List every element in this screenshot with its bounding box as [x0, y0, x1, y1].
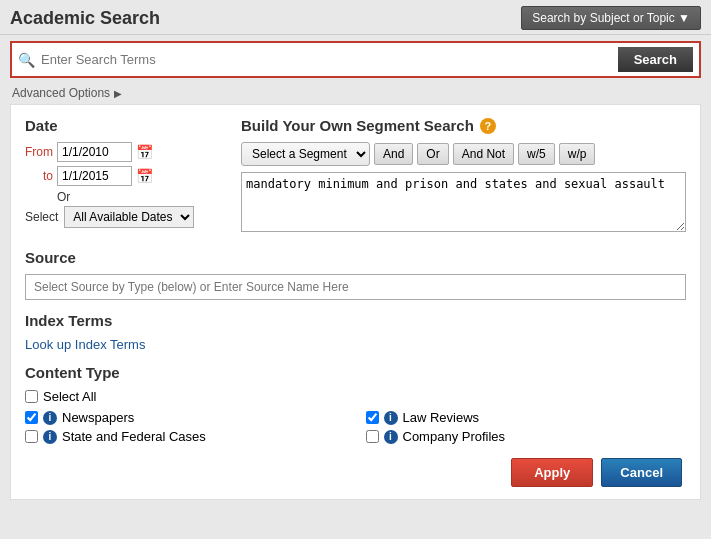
content-item-newspapers: i Newspapers — [25, 410, 346, 425]
date-select-row: Select All Available Dates — [25, 206, 225, 228]
search-button[interactable]: Search — [618, 47, 693, 72]
newspapers-checkbox[interactable] — [25, 411, 38, 424]
segment-and-button[interactable]: And — [374, 143, 413, 165]
date-select[interactable]: All Available Dates — [64, 206, 194, 228]
index-title: Index Terms — [25, 312, 686, 329]
select-all-label: Select All — [43, 389, 96, 404]
segment-title-text: Build Your Own Segment Search — [241, 117, 474, 134]
content-type-section: Content Type Select All i Newspapers i L… — [25, 364, 686, 444]
lookup-index-terms-link[interactable]: Look up Index Terms — [25, 337, 145, 352]
segment-title: Build Your Own Segment Search ? — [241, 117, 686, 134]
content-type-title: Content Type — [25, 364, 686, 381]
segment-section: Build Your Own Segment Search ? Select a… — [241, 117, 686, 235]
header-bar: Academic Search Search by Subject or Top… — [0, 0, 711, 35]
law-reviews-checkbox[interactable] — [366, 411, 379, 424]
date-from-label: From — [25, 145, 53, 159]
apply-button[interactable]: Apply — [511, 458, 593, 487]
page-title: Academic Search — [10, 8, 160, 29]
segment-textarea[interactable]: mandatory minimum and prison and states … — [241, 172, 686, 232]
date-to-input[interactable] — [57, 166, 132, 186]
date-section: Date From 📅 to 📅 Or Select All Available… — [25, 117, 225, 235]
state-federal-info-icon[interactable]: i — [43, 430, 57, 444]
date-from-row: From 📅 — [25, 142, 225, 162]
newspapers-info-icon[interactable]: i — [43, 411, 57, 425]
calendar-to-icon[interactable]: 📅 — [136, 168, 153, 184]
main-content-panel: Date From 📅 to 📅 Or Select All Available… — [10, 104, 701, 500]
footer-row: Apply Cancel — [25, 458, 686, 487]
state-federal-label: State and Federal Cases — [62, 429, 206, 444]
company-profiles-checkbox[interactable] — [366, 430, 379, 443]
segment-controls: Select a Segment And Or And Not w/5 w/p — [241, 142, 686, 166]
segment-w5-button[interactable]: w/5 — [518, 143, 555, 165]
content-type-grid: i Newspapers i Law Reviews i State and F… — [25, 410, 686, 444]
content-item-company-profiles: i Company Profiles — [366, 429, 687, 444]
index-section: Index Terms Look up Index Terms — [25, 312, 686, 352]
law-reviews-label: Law Reviews — [403, 410, 480, 425]
select-all-row: Select All — [25, 389, 686, 404]
date-title: Date — [25, 117, 225, 134]
select-all-checkbox[interactable] — [25, 390, 38, 403]
main-container: Academic Search Search by Subject or Top… — [0, 0, 711, 539]
law-reviews-info-icon[interactable]: i — [384, 411, 398, 425]
date-to-row: to 📅 — [25, 166, 225, 186]
advanced-options-row: Advanced Options ▶ — [0, 84, 711, 104]
search-input[interactable] — [41, 52, 618, 67]
cancel-button[interactable]: Cancel — [601, 458, 682, 487]
date-to-label: to — [25, 169, 53, 183]
date-or-label: Or — [57, 190, 225, 204]
search-bar: 🔍 Search — [10, 41, 701, 78]
content-item-state-federal: i State and Federal Cases — [25, 429, 346, 444]
state-federal-checkbox[interactable] — [25, 430, 38, 443]
segment-help-icon[interactable]: ? — [480, 118, 496, 134]
segment-select[interactable]: Select a Segment — [241, 142, 370, 166]
calendar-from-icon[interactable]: 📅 — [136, 144, 153, 160]
segment-or-button[interactable]: Or — [417, 143, 448, 165]
segment-wp-button[interactable]: w/p — [559, 143, 596, 165]
search-icon: 🔍 — [18, 52, 35, 68]
source-section: Source — [25, 249, 686, 300]
content-item-law-reviews: i Law Reviews — [366, 410, 687, 425]
newspapers-label: Newspapers — [62, 410, 134, 425]
company-profiles-info-icon[interactable]: i — [384, 430, 398, 444]
top-two-col: Date From 📅 to 📅 Or Select All Available… — [25, 117, 686, 235]
date-from-input[interactable] — [57, 142, 132, 162]
source-input[interactable] — [25, 274, 686, 300]
date-select-label: Select — [25, 210, 58, 224]
source-title: Source — [25, 249, 686, 266]
segment-and-not-button[interactable]: And Not — [453, 143, 514, 165]
advanced-options-arrow[interactable]: ▶ — [114, 88, 122, 99]
advanced-options-label[interactable]: Advanced Options — [12, 86, 110, 100]
subject-topic-button[interactable]: Search by Subject or Topic ▼ — [521, 6, 701, 30]
company-profiles-label: Company Profiles — [403, 429, 506, 444]
